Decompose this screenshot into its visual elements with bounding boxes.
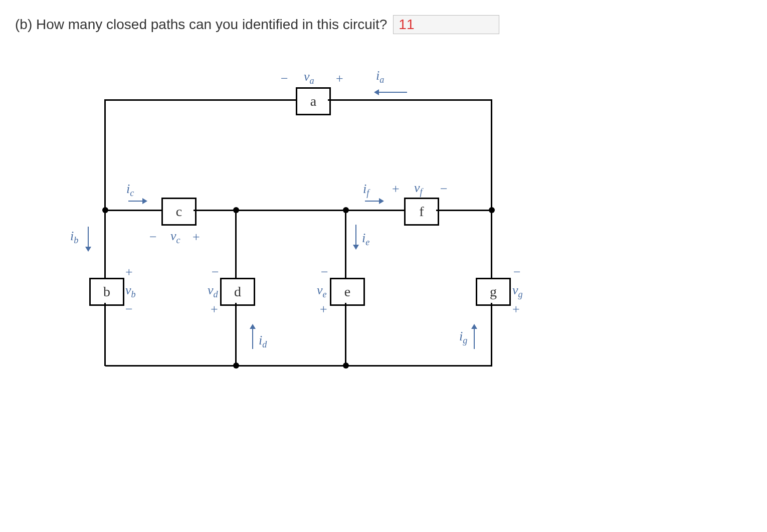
component-a-label: a [310,93,316,109]
label-id: id [259,333,267,350]
label-vc: vc [170,229,180,246]
component-e: e [330,278,365,306]
component-f-label: f [419,204,424,220]
vg-plus-bottom: + [512,302,520,317]
component-e-label: e [344,284,350,300]
wire [236,210,346,211]
circuit-diagram: a − va + ia b ib + vb − ic c − vc + if f… [35,54,587,415]
wire [104,210,106,280]
label-ig: ig [459,329,467,346]
component-b-label: b [103,284,110,300]
wire [104,303,106,366]
vd-plus: + [211,302,218,317]
label-vf: vf [414,181,423,198]
ve-minus: − [321,265,328,280]
node [102,207,108,213]
component-g-label: g [490,284,497,300]
component-c: c [161,198,197,226]
wire [235,210,237,280]
vc-minus: − [149,230,157,245]
wire [491,303,492,366]
component-g: g [476,278,511,306]
va-minus: − [281,71,288,86]
label-vb: vb [125,283,136,300]
vb-plus: + [125,265,133,280]
wire [328,99,491,101]
wire [436,210,492,211]
answer-input[interactable]: 11 [393,15,499,34]
vb-minus: − [125,302,133,317]
wire [235,303,237,366]
ve-plus: + [320,302,327,317]
arrow-if [365,197,385,207]
wire [346,210,404,211]
label-ia: ia [376,68,384,85]
label-vd: vd [208,283,218,300]
wire [105,99,296,101]
wire [491,210,492,280]
vg-minus-top: − [513,265,521,280]
component-d: d [220,278,255,306]
arrow-ia [374,89,407,95]
label-ib: ib [70,229,78,246]
vd-minus: − [212,265,219,280]
label-va: va [304,69,314,86]
vc-plus: + [193,230,200,245]
label-ve: ve [317,283,327,300]
label-ie: ie [362,231,369,248]
question-text: (b) How many closed paths can you identi… [15,17,387,33]
vf-plus: + [392,182,400,197]
arrow-ic [128,197,148,207]
va-plus: + [336,71,343,86]
wire [105,210,161,211]
wire [345,303,346,366]
wire [345,210,346,280]
wire [105,365,492,367]
wire [104,99,106,211]
vf-minus: − [440,182,448,197]
wire [194,210,237,211]
label-vg: vg [512,283,523,300]
question-row: (b) How many closed paths can you identi… [15,15,752,34]
component-a: a [296,87,331,115]
wire [491,99,492,211]
component-b: b [89,278,124,306]
component-d-label: d [234,284,241,300]
component-f: f [404,198,439,226]
component-c-label: c [176,204,182,220]
